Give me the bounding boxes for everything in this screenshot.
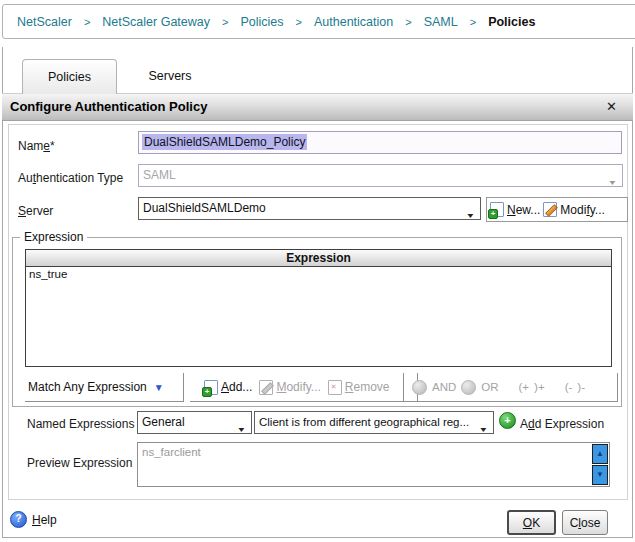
remove-expression-button[interactable]: ✕ Remove — [328, 380, 390, 395]
named-expression-category-select[interactable]: General ▼ — [137, 411, 252, 434]
edit-pencil-icon — [543, 202, 557, 217]
help-label: Help — [32, 513, 57, 527]
close-button-label: Close — [570, 516, 601, 530]
chevron-down-icon: ▼ — [466, 205, 476, 220]
auth-type-label: Authentication Type — [18, 171, 123, 185]
named-expression-select[interactable]: Client is from different geographical re… — [254, 411, 494, 434]
close-paren-minus-button[interactable]: )- — [577, 381, 585, 393]
tab-servers-label: Servers — [148, 69, 191, 83]
chevron-right-icon: > — [222, 16, 228, 28]
breadcrumb-link-netscaler[interactable]: NetScaler — [17, 15, 72, 29]
breadcrumb-link-policies[interactable]: Policies — [240, 15, 283, 29]
named-expressions-label: Named Expressions — [27, 417, 134, 431]
close-icon[interactable]: ✕ — [606, 94, 617, 120]
tab-servers[interactable]: Servers — [130, 59, 210, 93]
auth-type-value: SAML — [143, 168, 176, 182]
chevron-down-icon: ▼ — [237, 419, 247, 434]
expression-edit-buttons: + Add... Modify... ✕ Remove — [190, 373, 418, 402]
breadcrumb: NetScaler > NetScaler Gateway > Policies… — [2, 4, 635, 39]
name-label: Name* — [18, 139, 55, 153]
ok-button[interactable]: OK — [507, 510, 556, 535]
new-server-label: New... — [507, 203, 540, 217]
or-operator-label[interactable]: OR — [481, 381, 498, 393]
chevron-right-icon: > — [470, 16, 476, 28]
chevron-right-icon: > — [296, 16, 302, 28]
chevron-right-icon: > — [84, 16, 90, 28]
operator-buttons: AND OR (+ )+ (- )- — [403, 373, 618, 402]
scroll-down-icon[interactable]: ▼ — [592, 465, 608, 485]
server-select[interactable]: DualShieldSAMLDemo ▼ — [138, 197, 481, 220]
and-operator-icon[interactable] — [412, 380, 427, 395]
tab-policies[interactable]: Policies — [22, 59, 117, 94]
expression-table: Expression ns_true — [25, 249, 612, 367]
expression-table-row[interactable]: ns_true — [26, 267, 611, 281]
and-operator-label[interactable]: AND — [432, 381, 456, 393]
modify-server-label: Modify... — [560, 203, 604, 217]
auth-type-select[interactable]: SAML ▼ — [138, 164, 623, 187]
dialog-titlebar: Configure Authentication Policy ✕ — [2, 93, 633, 121]
breadcrumb-link-authentication[interactable]: Authentication — [314, 15, 393, 29]
chevron-down-icon: ▼ — [608, 172, 618, 187]
new-page-icon: + — [490, 202, 504, 217]
tab-policies-label: Policies — [48, 70, 91, 84]
netscaler-policy-page: NetScaler > NetScaler Gateway > Policies… — [0, 0, 635, 542]
add-expression-row-button[interactable]: + Add... — [204, 380, 252, 395]
remove-label: Remove — [345, 380, 390, 394]
server-label: Server — [18, 204, 53, 218]
help-icon: ? — [10, 511, 27, 528]
close-button[interactable]: Close — [562, 510, 608, 535]
dialog-title: Configure Authentication Policy — [10, 94, 207, 120]
breadcrumb-link-netscaler-gateway[interactable]: NetScaler Gateway — [102, 15, 210, 29]
chevron-down-icon: ▼ — [479, 419, 489, 434]
edit-pencil-icon — [259, 380, 273, 395]
remove-page-icon: ✕ — [328, 380, 342, 395]
named-expression-value: Client is from different geographical re… — [259, 416, 469, 428]
server-actions: + New... Modify... — [486, 197, 628, 222]
new-server-button[interactable]: + New... — [490, 202, 540, 217]
add-label: Add... — [221, 380, 252, 394]
add-page-icon: + — [204, 380, 218, 395]
match-mode-dropdown[interactable]: Match Any Expression ▼ — [25, 373, 184, 402]
breadcrumb-current-policies: Policies — [488, 15, 535, 29]
preview-expression-label: Preview Expression — [27, 456, 132, 470]
breadcrumb-link-saml[interactable]: SAML — [424, 15, 458, 29]
name-input[interactable]: DualShieldSAMLDemo_Policy — [138, 131, 622, 154]
open-paren-plus-button[interactable]: (+ — [519, 381, 530, 393]
modify-server-button[interactable]: Modify... — [543, 202, 604, 217]
add-expression-button[interactable]: Add Expression — [520, 417, 604, 431]
or-operator-icon[interactable] — [461, 380, 476, 395]
server-value: DualShieldSAMLDemo — [143, 201, 266, 215]
modify-expression-button[interactable]: Modify... — [259, 380, 320, 395]
preview-expression-value: ns_farclient — [142, 446, 201, 458]
expression-groupbox-legend: Expression — [20, 230, 87, 244]
modify-label: Modify... — [276, 380, 320, 394]
preview-scroll-control: ▲ ▼ — [592, 444, 608, 486]
help-link[interactable]: ? Help — [10, 511, 57, 528]
category-value: General — [142, 415, 185, 429]
expression-column-header: Expression — [26, 250, 611, 267]
ok-button-label: OK — [523, 516, 540, 530]
scroll-up-icon[interactable]: ▲ — [592, 444, 608, 464]
match-mode-label: Match Any Expression — [28, 380, 147, 394]
close-paren-plus-button[interactable]: )+ — [534, 381, 545, 393]
chevron-right-icon: > — [405, 16, 411, 28]
open-paren-minus-button[interactable]: (- — [565, 381, 573, 393]
chevron-down-icon: ▼ — [154, 382, 164, 393]
plus-circle-icon[interactable]: + — [499, 412, 516, 429]
preview-expression-textarea[interactable]: ns_farclient ▲ ▼ — [137, 442, 610, 487]
name-input-value: DualShieldSAMLDemo_Policy — [142, 134, 307, 150]
